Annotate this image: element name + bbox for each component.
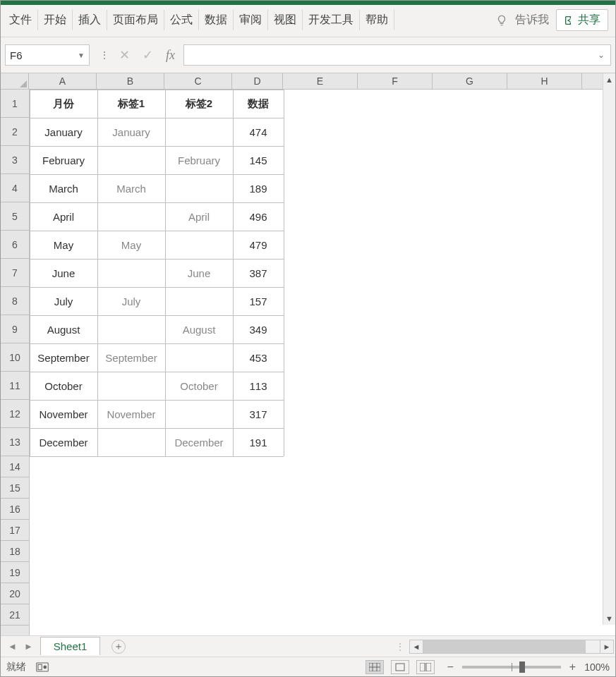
cell[interactable]: October bbox=[30, 372, 97, 400]
cell[interactable]: 317 bbox=[233, 400, 284, 428]
cell[interactable]: July bbox=[30, 287, 97, 315]
lightbulb-icon[interactable] bbox=[495, 14, 508, 27]
zoom-slider[interactable] bbox=[462, 666, 561, 669]
ribbon-tab[interactable]: 开发工具 bbox=[303, 10, 360, 30]
row-header[interactable]: 1 bbox=[1, 90, 29, 118]
cell[interactable]: 189 bbox=[233, 174, 284, 202]
name-box[interactable]: F6 ▼ bbox=[5, 44, 90, 66]
row-header[interactable]: 8 bbox=[1, 287, 29, 315]
ribbon-tab[interactable]: 视图 bbox=[268, 10, 303, 30]
share-button[interactable]: 共享 bbox=[556, 9, 608, 31]
row-header[interactable]: 5 bbox=[1, 202, 29, 231]
macro-record-icon[interactable] bbox=[36, 662, 49, 672]
cell[interactable]: November bbox=[97, 400, 165, 428]
row-header[interactable]: 9 bbox=[1, 315, 29, 343]
cell[interactable]: January bbox=[97, 118, 165, 146]
cell[interactable]: 191 bbox=[233, 428, 284, 456]
scroll-right-icon[interactable]: ► bbox=[600, 640, 614, 654]
ribbon-tab[interactable]: 数据 bbox=[199, 10, 234, 30]
row-header[interactable]: 17 bbox=[1, 520, 29, 541]
zoom-level[interactable]: 100% bbox=[584, 661, 610, 673]
scroll-up-icon[interactable]: ▲ bbox=[603, 73, 615, 86]
view-page-layout-button[interactable] bbox=[391, 660, 409, 674]
column-header[interactable]: F bbox=[358, 73, 433, 89]
horizontal-scrollbar[interactable]: ◄ ► bbox=[409, 640, 614, 654]
row-header[interactable]: 15 bbox=[1, 477, 29, 499]
cell[interactable]: September bbox=[30, 343, 97, 372]
zoom-out-button[interactable]: − bbox=[445, 661, 457, 673]
row-header[interactable]: 4 bbox=[1, 174, 29, 202]
cell[interactable]: December bbox=[30, 428, 97, 456]
cell[interactable]: March bbox=[97, 174, 165, 202]
row-header[interactable]: 2 bbox=[1, 118, 29, 146]
cell[interactable]: 479 bbox=[233, 231, 284, 259]
zoom-control[interactable]: − + 100% bbox=[445, 661, 610, 673]
cell[interactable]: 387 bbox=[233, 259, 284, 287]
cell[interactable]: March bbox=[30, 174, 97, 202]
row-header[interactable]: 21 bbox=[1, 604, 29, 626]
sheet-tab-active[interactable]: Sheet1 bbox=[40, 637, 101, 655]
row-header[interactable]: 16 bbox=[1, 499, 29, 520]
cell[interactable]: July bbox=[97, 287, 165, 315]
cell[interactable]: 496 bbox=[233, 202, 284, 231]
column-header[interactable]: B bbox=[97, 73, 164, 89]
cell[interactable]: 标签1 bbox=[97, 90, 165, 118]
view-normal-button[interactable] bbox=[366, 660, 384, 674]
ribbon-tab[interactable]: 公式 bbox=[164, 10, 199, 30]
cell[interactable]: 145 bbox=[233, 146, 284, 174]
ribbon-tab[interactable]: 插入 bbox=[73, 10, 107, 30]
cell[interactable]: August bbox=[165, 315, 233, 343]
cell[interactable]: 157 bbox=[233, 287, 284, 315]
row-header[interactable]: 14 bbox=[1, 456, 29, 477]
cell[interactable]: June bbox=[165, 259, 233, 287]
ribbon-tab[interactable]: 开始 bbox=[38, 10, 73, 30]
cell[interactable]: 数据 bbox=[233, 90, 284, 118]
tell-me-input[interactable]: 告诉我 bbox=[515, 13, 549, 28]
cell[interactable]: April bbox=[165, 202, 233, 231]
row-header[interactable]: 3 bbox=[1, 146, 29, 174]
column-header[interactable]: H bbox=[507, 73, 582, 89]
accept-formula-icon[interactable]: ✓ bbox=[143, 47, 153, 63]
row-header[interactable]: 7 bbox=[1, 259, 29, 287]
chevron-down-icon[interactable]: ▼ bbox=[78, 51, 85, 59]
cell[interactable]: January bbox=[30, 118, 97, 146]
cell[interactable]: 月份 bbox=[30, 90, 97, 118]
cell[interactable]: 349 bbox=[233, 315, 284, 343]
row-header[interactable]: 20 bbox=[1, 583, 29, 604]
ribbon-tab[interactable]: 帮助 bbox=[360, 10, 394, 30]
chevron-down-icon[interactable]: ⌄ bbox=[598, 50, 605, 60]
cell[interactable]: December bbox=[165, 428, 233, 456]
ribbon-tab[interactable]: 文件 bbox=[4, 10, 38, 30]
cell[interactable]: 标签2 bbox=[165, 90, 233, 118]
row-header[interactable]: 12 bbox=[1, 400, 29, 428]
vertical-scrollbar[interactable]: ▲ ▼ bbox=[603, 73, 615, 625]
scroll-left-icon[interactable]: ◄ bbox=[409, 640, 423, 654]
cell[interactable]: April bbox=[30, 202, 97, 231]
cell[interactable]: June bbox=[30, 259, 97, 287]
ribbon-tab[interactable]: 审阅 bbox=[234, 10, 268, 30]
select-all-corner[interactable] bbox=[1, 73, 29, 89]
prev-sheet-icon[interactable]: ◄ bbox=[8, 641, 17, 652]
cell[interactable]: August bbox=[30, 315, 97, 343]
cell[interactable]: February bbox=[165, 146, 233, 174]
row-header[interactable]: 13 bbox=[1, 428, 29, 456]
drag-handle-icon[interactable]: ⋮ bbox=[99, 49, 109, 61]
cell[interactable]: 453 bbox=[233, 343, 284, 372]
cancel-formula-icon[interactable]: ✕ bbox=[119, 47, 130, 63]
column-header[interactable]: E bbox=[283, 73, 358, 89]
cell[interactable]: November bbox=[30, 400, 97, 428]
add-sheet-button[interactable]: ＋ bbox=[111, 640, 126, 654]
row-header[interactable]: 6 bbox=[1, 231, 29, 259]
zoom-in-button[interactable]: + bbox=[567, 661, 579, 673]
cell[interactable]: 474 bbox=[233, 118, 284, 146]
scrollbar-thumb[interactable] bbox=[423, 640, 586, 653]
cells-area[interactable]: 月份标签1标签2数据JanuaryJanuary474FebruaryFebru… bbox=[30, 90, 615, 635]
row-header[interactable]: 18 bbox=[1, 541, 29, 562]
row-header[interactable]: 11 bbox=[1, 372, 29, 400]
formula-input[interactable]: ⌄ bbox=[183, 44, 611, 66]
cell[interactable]: May bbox=[30, 231, 97, 259]
column-header[interactable]: D bbox=[232, 73, 283, 89]
next-sheet-icon[interactable]: ► bbox=[24, 641, 33, 652]
cell[interactable]: May bbox=[97, 231, 165, 259]
cell[interactable]: September bbox=[97, 343, 165, 372]
